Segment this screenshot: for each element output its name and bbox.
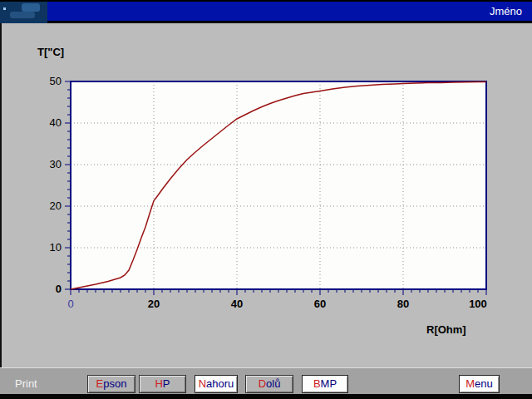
- x-tick-label: 20: [135, 298, 172, 310]
- button-hotkey-letter: M: [466, 377, 475, 390]
- dol-button[interactable]: Dolů: [245, 375, 293, 393]
- title-bar: Jméno: [0, 0, 532, 23]
- print-label: Print: [15, 377, 37, 390]
- y-tick-label: 20: [35, 200, 62, 212]
- button-hotkey-letter: H: [155, 377, 162, 390]
- button-label-rest: enu: [475, 377, 493, 390]
- x-tick-label: 60: [302, 298, 338, 310]
- y-tick-label: 0: [35, 283, 62, 295]
- logo-mark: [10, 12, 35, 18]
- nahoru-button[interactable]: Nahoru: [195, 375, 238, 393]
- button-hotkey-letter: N: [199, 377, 206, 390]
- bmp-button[interactable]: BMP: [302, 375, 348, 393]
- button-label-rest: olů: [266, 377, 280, 390]
- button-hotkey-letter: B: [313, 377, 321, 390]
- button-label-rest: ahoru: [206, 377, 234, 390]
- y-tick-label: 10: [35, 241, 62, 254]
- hp-button[interactable]: HP: [139, 375, 186, 393]
- screen-bottom-edge: [0, 394, 532, 399]
- y-tick-label: 50: [35, 75, 62, 87]
- screen-left-edge: [0, 23, 2, 399]
- x-tick-label: 0: [52, 298, 89, 310]
- button-label-rest: P: [163, 377, 170, 390]
- button-label-rest: pson: [103, 377, 126, 390]
- x-tick-label: 80: [385, 298, 421, 310]
- button-hotkey-letter: E: [96, 377, 104, 390]
- button-label-rest: MP: [321, 377, 337, 390]
- logo-dot: [3, 7, 6, 10]
- x-tick-label: 100: [460, 298, 496, 310]
- logo-mark: [22, 3, 40, 12]
- menu-button[interactable]: Menu: [459, 375, 500, 393]
- button-hotkey-letter: D: [259, 377, 266, 390]
- y-tick-label: 30: [35, 158, 62, 170]
- title-bar-background: [0, 2, 532, 21]
- title-name-label: Jméno: [490, 5, 522, 17]
- epson-button[interactable]: Epson: [87, 375, 135, 393]
- x-axis-title: R[Ohm]: [426, 323, 466, 336]
- app-logo: [0, 2, 47, 24]
- button-bar: Print EpsonHPNahoruDolůBMPMenu: [0, 367, 532, 395]
- y-axis-title: T["C]: [37, 46, 64, 58]
- app-screen: Jméno T["C] R[Ohm] 010203040500204060801…: [0, 0, 532, 399]
- chart-area: T["C]: [0, 23, 532, 367]
- x-tick-label: 40: [219, 298, 255, 310]
- y-tick-label: 40: [35, 116, 62, 129]
